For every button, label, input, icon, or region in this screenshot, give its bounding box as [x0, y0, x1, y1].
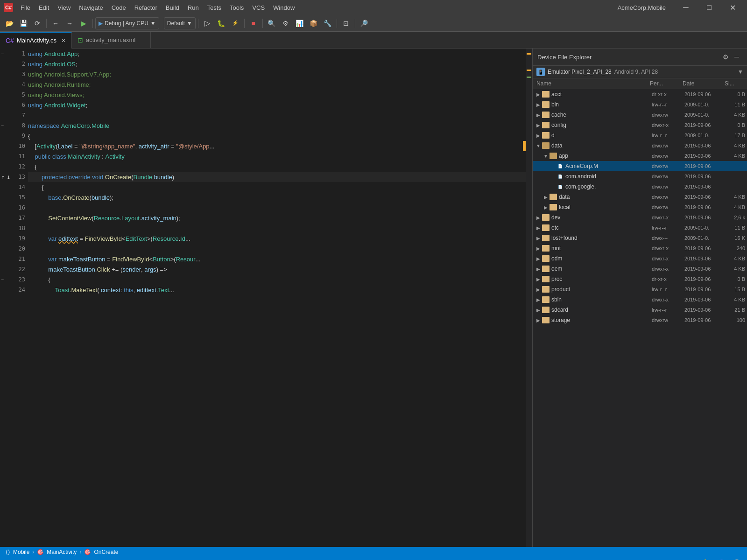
tree-item-permissions-acct: dr-xr-x	[652, 91, 684, 97]
minimize-button[interactable]: ─	[675, 0, 697, 15]
file-icon-AcmeCorp.M: 📄	[557, 163, 564, 169]
stop-button[interactable]: ■	[247, 17, 260, 30]
menu-window[interactable]: Window	[269, 3, 298, 12]
tree-item-mnt[interactable]: ▶mntdrwxr-x2019-09-06240	[533, 243, 747, 253]
menu-vcs[interactable]: VCS	[248, 3, 268, 12]
settings-button[interactable]: ⚙	[279, 17, 292, 30]
tree-item-date-config: 2019-09-06	[684, 122, 726, 128]
gutter-line-8[interactable]: −8	[0, 120, 28, 131]
panel-settings-button[interactable]: ⚙	[720, 51, 731, 63]
folder-icon-proc	[542, 276, 550, 282]
tree-item-etc[interactable]: ▶etclrw-r--r2009-01-0.11 B	[533, 223, 747, 233]
run-debug-button[interactable]: ▷	[201, 17, 214, 30]
menu-build[interactable]: Build	[162, 3, 183, 12]
tree-item-com-google-[interactable]: 📄com.google.drwxrw2019-09-06	[533, 182, 747, 192]
gutter-line-24: 24	[0, 285, 28, 295]
title-bar: C# File Edit View Navigate Code Refactor…	[0, 0, 747, 15]
fold-icon-8[interactable]: −	[1, 123, 4, 128]
code-editor[interactable]: −1 2 3 4 5 6 7 −8 9 10 11 12 ↑ ↓ 13 14 1…	[0, 49, 532, 547]
attach-button[interactable]: ⚡	[229, 17, 242, 30]
gutter-line-13[interactable]: ↑ ↓ 13	[0, 172, 28, 182]
breadcrumb-mainactivity[interactable]: MainActivity	[47, 549, 77, 555]
code-text-area[interactable]: using Android.App; using Android.OS; usi…	[28, 49, 526, 547]
menu-code[interactable]: Code	[108, 3, 130, 12]
gutter-line-14: 14	[0, 182, 28, 192]
tree-item-sdcard[interactable]: ▶sdcardlrw-r--r2019-09-0621 B	[533, 305, 747, 315]
tree-item-date-lost+found: 2009-01-0.	[684, 235, 726, 241]
close-button[interactable]: ✕	[722, 0, 743, 15]
tree-item-bin[interactable]: ▶binlrw-r--r2009-01-0.11 B	[533, 99, 747, 110]
folder-icon-oem	[542, 266, 550, 272]
tree-item-date-sbin: 2019-09-06	[684, 297, 726, 302]
tree-item-odm[interactable]: ▶odmdrwxr-x2019-09-064 KB	[533, 253, 747, 264]
gutter-line-1[interactable]: −1	[0, 49, 28, 59]
folder-icon-mnt	[542, 245, 550, 252]
gutter-line-16: 16	[0, 203, 28, 213]
refresh-button[interactable]: ⟳	[31, 17, 44, 30]
menu-run[interactable]: Run	[184, 3, 203, 12]
menu-view[interactable]: View	[54, 3, 74, 12]
tree-item-config[interactable]: ▶configdrwxr-x2019-09-060 B	[533, 120, 747, 130]
tab-mainactivity-close[interactable]: ✕	[61, 37, 66, 44]
tree-item-permissions-data: drwxrw	[652, 143, 684, 148]
layout-button[interactable]: ⊡	[339, 17, 352, 30]
tree-item-dev[interactable]: ▶devdrwxr-x2019-09-062,6 k	[533, 212, 747, 223]
tree-arrow-cache: ▶	[535, 112, 542, 118]
build-settings-button[interactable]: 🔧	[321, 17, 334, 30]
menu-edit[interactable]: Edit	[35, 3, 53, 12]
analyze-button[interactable]: 🔍	[265, 17, 278, 30]
tree-item-cache[interactable]: ▶cachedrwxrw2009-01-0.4 KB	[533, 110, 747, 120]
tree-item-permissions-cache: drwxrw	[652, 112, 684, 118]
search-toolbar-button[interactable]: 🔎	[358, 17, 371, 30]
panel-close-button[interactable]: ─	[731, 51, 742, 63]
tree-item-acct[interactable]: ▶acctdr-xr-x2019-09-060 B	[533, 89, 747, 99]
tab-mainactivity[interactable]: C# MainActivity.cs ✕	[0, 32, 72, 49]
forward-button[interactable]: →	[63, 17, 76, 30]
folder-icon-sdcard	[542, 307, 550, 313]
fold-icon-23[interactable]: −	[1, 277, 4, 282]
code-line-13: protected override void OnCreate(Bundle …	[28, 172, 526, 182]
tree-item-com-android[interactable]: 📄com.androiddrwxrw2019-09-06	[533, 171, 747, 182]
tree-item-oem[interactable]: ▶oemdrwxr-x2019-09-064 KB	[533, 264, 747, 274]
tree-item-app[interactable]: ▼appdrwxrw2019-09-064 KB	[533, 151, 747, 161]
scroll-indicator[interactable]	[526, 49, 532, 547]
menu-tests[interactable]: Tests	[204, 3, 225, 12]
back-button[interactable]: ←	[49, 17, 62, 30]
tree-arrow-sdcard: ▶	[535, 308, 542, 313]
deploy-button[interactable]: 📦	[307, 17, 320, 30]
profile-button[interactable]: 📊	[293, 17, 306, 30]
tab-activity-main[interactable]: ⊡ activity_main.axml ✕	[72, 32, 151, 49]
save-button[interactable]: 💾	[17, 17, 30, 30]
tree-item-d[interactable]: ▶dlrw-r--r2009-01-0.17 B	[533, 130, 747, 140]
code-line-24: Toast.MakeText( context: this, edittext.…	[28, 285, 526, 295]
gutter-line-23[interactable]: −23	[0, 274, 28, 285]
debug-button[interactable]: 🐛	[215, 17, 228, 30]
tree-item-proc[interactable]: ▶procdr-xr-x2019-09-060 B	[533, 274, 747, 284]
tree-item-data[interactable]: ▼datadrwxrw2019-09-064 KB	[533, 140, 747, 151]
file-tree[interactable]: ▶acctdr-xr-x2019-09-060 B▶binlrw-r--r200…	[533, 89, 747, 547]
maximize-button[interactable]: □	[698, 0, 720, 15]
tree-item-lost+found[interactable]: ▶lost+founddrwx---2009-01-0.16 K	[533, 233, 747, 243]
breadcrumb-mobile[interactable]: Mobile	[13, 549, 29, 555]
toolbar-separator-7	[355, 19, 355, 28]
gutter-line-7: 7	[0, 110, 28, 120]
breadcrumb-oncreate[interactable]: OnCreate	[94, 549, 118, 555]
window-title: AcmeCorp.Mobile	[618, 4, 666, 11]
toolbar-separator-4	[244, 19, 245, 28]
menu-refactor[interactable]: Refactor	[131, 3, 161, 12]
emulator-dropdown-chevron[interactable]: ▼	[738, 69, 743, 75]
tree-item-data[interactable]: ▶datadrwxrw2019-09-064 KB	[533, 192, 747, 202]
tree-item-product[interactable]: ▶productlrw-r--r2019-09-0615 B	[533, 284, 747, 294]
tree-item-storage[interactable]: ▶storagedrwxrw2019-09-06100	[533, 315, 747, 325]
tree-item-sbin[interactable]: ▶sbindrwxr-x2019-09-064 KB	[533, 294, 747, 305]
menu-navigate[interactable]: Navigate	[75, 3, 106, 12]
menu-tools[interactable]: Tools	[226, 3, 247, 12]
tree-item-local[interactable]: ▶localdrwxrw2019-09-064 KB	[533, 202, 747, 212]
open-folder-button[interactable]: 📂	[3, 17, 16, 30]
fold-icon-1[interactable]: −	[1, 51, 4, 56]
tree-item-AcmeCorp-M[interactable]: 📄AcmeCorp.Mdrwxrw2019-09-06	[533, 161, 747, 171]
run-button[interactable]: ▶	[77, 17, 90, 30]
default-dropdown[interactable]: Default ▼	[164, 17, 196, 29]
menu-file[interactable]: File	[17, 3, 34, 12]
debug-config-dropdown[interactable]: ▶ Debug | Any CPU ▼	[95, 17, 159, 29]
